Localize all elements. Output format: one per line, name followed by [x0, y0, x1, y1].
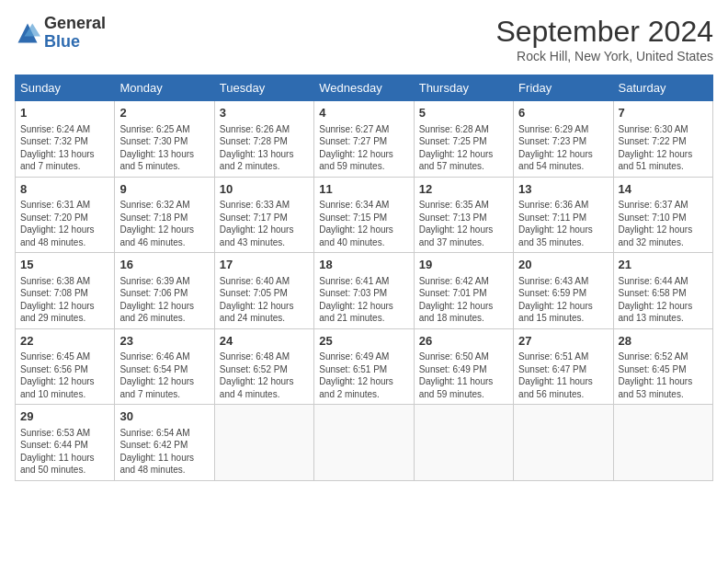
day-number: 17 — [220, 257, 309, 273]
day-cell: 29Sunrise: 6:53 AM Sunset: 6:44 PM Dayli… — [16, 405, 115, 481]
day-number: 29 — [20, 408, 109, 425]
day-info: Sunrise: 6:49 AM Sunset: 6:51 PM Dayligh… — [319, 350, 408, 400]
logo: General Blue — [15, 15, 106, 52]
day-number: 6 — [518, 105, 608, 121]
logo-text: General Blue — [44, 15, 106, 52]
week-row-3: 15Sunrise: 6:38 AM Sunset: 7:08 PM Dayli… — [16, 253, 713, 329]
location: Rock Hill, New York, United States — [495, 49, 713, 63]
title-area: September 2024 Rock Hill, New York, Unit… — [495, 15, 713, 63]
day-cell: 22Sunrise: 6:45 AM Sunset: 6:56 PM Dayli… — [16, 328, 115, 405]
day-info: Sunrise: 6:34 AM Sunset: 7:15 PM Dayligh… — [319, 199, 408, 248]
day-cell: 26Sunrise: 6:50 AM Sunset: 6:49 PM Dayli… — [414, 328, 513, 405]
day-info: Sunrise: 6:36 AM Sunset: 7:11 PM Dayligh… — [518, 199, 608, 248]
day-info: Sunrise: 6:24 AM Sunset: 7:32 PM Dayligh… — [20, 123, 109, 173]
day-number: 19 — [419, 257, 508, 273]
day-number: 15 — [20, 257, 109, 273]
day-cell: 2Sunrise: 6:25 AM Sunset: 7:30 PM Daylig… — [115, 101, 214, 178]
day-number: 7 — [619, 105, 708, 121]
day-cell: 4Sunrise: 6:27 AM Sunset: 7:27 PM Daylig… — [314, 101, 414, 178]
day-number: 20 — [518, 257, 608, 273]
month-title: September 2024 — [495, 15, 713, 49]
day-number: 16 — [119, 257, 209, 273]
day-info: Sunrise: 6:41 AM Sunset: 7:03 PM Dayligh… — [319, 275, 408, 325]
day-cell: 7Sunrise: 6:30 AM Sunset: 7:22 PM Daylig… — [613, 101, 712, 178]
day-cell: 14Sunrise: 6:37 AM Sunset: 7:10 PM Dayli… — [613, 177, 712, 253]
day-info: Sunrise: 6:28 AM Sunset: 7:25 PM Dayligh… — [419, 123, 508, 173]
day-info: Sunrise: 6:53 AM Sunset: 6:44 PM Dayligh… — [20, 427, 109, 477]
day-number: 30 — [119, 408, 209, 425]
day-info: Sunrise: 6:45 AM Sunset: 6:56 PM Dayligh… — [20, 350, 109, 400]
weekday-header-row: SundayMondayTuesdayWednesdayThursdayFrid… — [16, 75, 713, 101]
logo-icon — [15, 20, 40, 46]
day-number: 23 — [119, 333, 209, 350]
day-cell: 28Sunrise: 6:52 AM Sunset: 6:45 PM Dayli… — [613, 328, 712, 405]
day-number: 8 — [20, 181, 109, 198]
day-number: 3 — [220, 105, 309, 121]
weekday-header-sunday: Sunday — [16, 75, 115, 101]
week-row-4: 22Sunrise: 6:45 AM Sunset: 6:56 PM Dayli… — [16, 328, 713, 405]
weekday-header-monday: Monday — [115, 75, 214, 101]
day-number: 2 — [119, 105, 209, 121]
day-cell: 19Sunrise: 6:42 AM Sunset: 7:01 PM Dayli… — [414, 253, 513, 329]
day-info: Sunrise: 6:43 AM Sunset: 6:59 PM Dayligh… — [518, 275, 608, 325]
day-cell: 11Sunrise: 6:34 AM Sunset: 7:15 PM Dayli… — [314, 177, 414, 253]
day-cell: 10Sunrise: 6:33 AM Sunset: 7:17 PM Dayli… — [214, 177, 313, 253]
day-info: Sunrise: 6:44 AM Sunset: 6:58 PM Dayligh… — [619, 275, 708, 325]
day-number: 5 — [419, 105, 508, 121]
day-info: Sunrise: 6:32 AM Sunset: 7:18 PM Dayligh… — [119, 199, 209, 248]
day-info: Sunrise: 6:46 AM Sunset: 6:54 PM Dayligh… — [119, 350, 209, 400]
day-info: Sunrise: 6:40 AM Sunset: 7:05 PM Dayligh… — [220, 275, 309, 325]
day-info: Sunrise: 6:26 AM Sunset: 7:28 PM Dayligh… — [220, 123, 309, 173]
weekday-header-thursday: Thursday — [414, 75, 513, 101]
week-row-1: 1Sunrise: 6:24 AM Sunset: 7:32 PM Daylig… — [16, 101, 713, 178]
day-info: Sunrise: 6:51 AM Sunset: 6:47 PM Dayligh… — [518, 350, 608, 400]
day-number: 25 — [319, 333, 408, 350]
day-cell — [314, 405, 414, 481]
weekday-header-saturday: Saturday — [613, 75, 712, 101]
day-info: Sunrise: 6:35 AM Sunset: 7:13 PM Dayligh… — [419, 199, 508, 248]
day-number: 18 — [319, 257, 408, 273]
day-cell: 16Sunrise: 6:39 AM Sunset: 7:06 PM Dayli… — [115, 253, 214, 329]
day-info: Sunrise: 6:33 AM Sunset: 7:17 PM Dayligh… — [220, 199, 309, 248]
day-cell: 27Sunrise: 6:51 AM Sunset: 6:47 PM Dayli… — [514, 328, 613, 405]
day-cell: 25Sunrise: 6:49 AM Sunset: 6:51 PM Dayli… — [314, 328, 414, 405]
day-number: 11 — [319, 181, 408, 198]
day-info: Sunrise: 6:27 AM Sunset: 7:27 PM Dayligh… — [319, 123, 408, 173]
day-info: Sunrise: 6:38 AM Sunset: 7:08 PM Dayligh… — [20, 275, 109, 325]
day-cell: 30Sunrise: 6:54 AM Sunset: 6:42 PM Dayli… — [115, 405, 214, 481]
day-cell — [514, 405, 613, 481]
day-cell: 9Sunrise: 6:32 AM Sunset: 7:18 PM Daylig… — [115, 177, 214, 253]
day-cell: 3Sunrise: 6:26 AM Sunset: 7:28 PM Daylig… — [214, 101, 313, 178]
day-info: Sunrise: 6:42 AM Sunset: 7:01 PM Dayligh… — [419, 275, 508, 325]
day-number: 21 — [619, 257, 708, 273]
day-cell: 17Sunrise: 6:40 AM Sunset: 7:05 PM Dayli… — [214, 253, 313, 329]
day-cell: 13Sunrise: 6:36 AM Sunset: 7:11 PM Dayli… — [514, 177, 613, 253]
day-cell: 21Sunrise: 6:44 AM Sunset: 6:58 PM Dayli… — [613, 253, 712, 329]
day-cell: 5Sunrise: 6:28 AM Sunset: 7:25 PM Daylig… — [414, 101, 513, 178]
day-cell: 24Sunrise: 6:48 AM Sunset: 6:52 PM Dayli… — [214, 328, 313, 405]
day-number: 1 — [20, 105, 109, 121]
day-info: Sunrise: 6:31 AM Sunset: 7:20 PM Dayligh… — [20, 199, 109, 248]
day-cell: 6Sunrise: 6:29 AM Sunset: 7:23 PM Daylig… — [514, 101, 613, 178]
day-info: Sunrise: 6:39 AM Sunset: 7:06 PM Dayligh… — [119, 275, 209, 325]
day-number: 13 — [518, 181, 608, 198]
day-number: 26 — [419, 333, 508, 350]
day-cell: 18Sunrise: 6:41 AM Sunset: 7:03 PM Dayli… — [314, 253, 414, 329]
day-cell — [414, 405, 513, 481]
day-number: 14 — [619, 181, 708, 198]
day-cell — [613, 405, 712, 481]
weekday-header-tuesday: Tuesday — [214, 75, 313, 101]
day-info: Sunrise: 6:37 AM Sunset: 7:10 PM Dayligh… — [619, 199, 708, 248]
day-info: Sunrise: 6:52 AM Sunset: 6:45 PM Dayligh… — [619, 350, 708, 400]
calendar-table: SundayMondayTuesdayWednesdayThursdayFrid… — [15, 75, 713, 481]
day-info: Sunrise: 6:50 AM Sunset: 6:49 PM Dayligh… — [419, 350, 508, 400]
day-number: 27 — [518, 333, 608, 350]
weekday-header-friday: Friday — [514, 75, 613, 101]
day-info: Sunrise: 6:30 AM Sunset: 7:22 PM Dayligh… — [619, 123, 708, 173]
day-cell — [214, 405, 313, 481]
day-number: 9 — [119, 181, 209, 198]
page-header: General Blue September 2024 Rock Hill, N… — [15, 15, 713, 63]
week-row-2: 8Sunrise: 6:31 AM Sunset: 7:20 PM Daylig… — [16, 177, 713, 253]
day-info: Sunrise: 6:25 AM Sunset: 7:30 PM Dayligh… — [119, 123, 209, 173]
day-cell: 20Sunrise: 6:43 AM Sunset: 6:59 PM Dayli… — [514, 253, 613, 329]
